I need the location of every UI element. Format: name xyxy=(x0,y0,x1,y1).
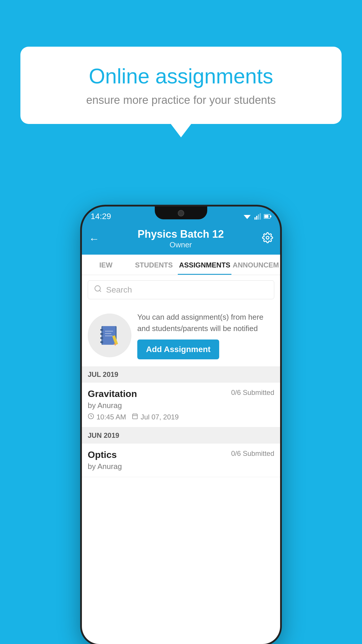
promo-content: You can add assignment(s) from here and … xyxy=(137,312,274,359)
svg-rect-4 xyxy=(260,213,261,220)
app-header: ← Physics Batch 12 Owner xyxy=(82,224,280,255)
header-title-sub: Owner xyxy=(138,240,224,249)
promo-text: You can add assignment(s) from here and … xyxy=(137,312,274,334)
svg-point-8 xyxy=(266,236,269,239)
assignment-top-optics: Optics 0/6 Submitted xyxy=(88,449,274,460)
phone-frame: 14:29 ← Physics Batch 12 xyxy=(82,206,280,644)
svg-rect-12 xyxy=(100,329,103,331)
assignment-date-value: Jul 07, 2019 xyxy=(140,413,179,421)
search-placeholder: Search xyxy=(106,285,132,295)
svg-rect-16 xyxy=(105,331,113,332)
add-assignment-promo: You can add assignment(s) from here and … xyxy=(82,304,280,366)
tab-assignments[interactable]: ASSIGNMENTS xyxy=(178,255,231,275)
svg-rect-15 xyxy=(100,341,103,343)
search-bar: Search xyxy=(82,275,280,304)
svg-rect-2 xyxy=(256,216,257,220)
assignment-submitted-gravitation: 0/6 Submitted xyxy=(231,388,274,397)
clock-icon xyxy=(88,413,94,421)
assignment-name-optics: Optics xyxy=(88,449,117,460)
speech-bubble-container: Online assignments ensure more practice … xyxy=(20,47,342,124)
wifi-icon xyxy=(243,213,252,220)
svg-rect-7 xyxy=(264,215,268,218)
assignment-by-gravitation: by Anurag xyxy=(88,401,274,410)
add-assignment-button[interactable]: Add Assignment xyxy=(137,340,219,359)
assignment-meta-gravitation: 10:45 AM Jul 07, 2019 xyxy=(88,413,274,421)
assignment-time: 10:45 AM xyxy=(88,413,126,421)
assignment-date: Jul 07, 2019 xyxy=(132,413,179,421)
svg-point-9 xyxy=(95,286,101,291)
svg-rect-1 xyxy=(254,217,256,220)
assignment-submitted-optics: 0/6 Submitted xyxy=(231,449,274,458)
speech-bubble-title: Online assignments xyxy=(41,64,321,88)
tab-bar: IEW STUDENTS ASSIGNMENTS ANNOUNCEM xyxy=(82,255,280,275)
status-icons xyxy=(243,213,271,220)
header-title-main: Physics Batch 12 xyxy=(138,228,224,240)
header-title: Physics Batch 12 Owner xyxy=(138,228,224,249)
signal-icon xyxy=(254,213,261,220)
assignment-top: Gravitation 0/6 Submitted xyxy=(88,388,274,399)
status-time: 14:29 xyxy=(91,212,111,221)
calendar-icon xyxy=(132,413,138,421)
assignment-by-optics: by Anurag xyxy=(88,462,274,471)
svg-rect-6 xyxy=(270,216,271,217)
battery-icon xyxy=(264,214,271,219)
gear-icon xyxy=(262,232,273,243)
assignment-item-gravitation[interactable]: Gravitation 0/6 Submitted by Anurag 10:4… xyxy=(82,383,280,427)
back-button[interactable]: ← xyxy=(89,233,99,245)
svg-rect-17 xyxy=(105,333,111,334)
speech-bubble-subtitle: ensure more practice for your students xyxy=(41,94,321,106)
settings-button[interactable] xyxy=(262,232,273,246)
svg-rect-3 xyxy=(258,214,259,220)
promo-icon-circle xyxy=(88,314,131,357)
svg-rect-22 xyxy=(133,414,138,419)
camera xyxy=(178,210,184,216)
notebook-icon xyxy=(98,324,121,347)
speech-bubble: Online assignments ensure more practice … xyxy=(20,47,342,124)
svg-rect-18 xyxy=(105,335,113,336)
search-svg-icon xyxy=(94,285,102,293)
svg-rect-13 xyxy=(100,333,103,335)
phone-notch xyxy=(155,206,207,219)
phone-screen: Search xyxy=(82,275,280,644)
tab-students[interactable]: STUDENTS xyxy=(130,255,178,275)
svg-rect-14 xyxy=(100,337,103,339)
search-input-wrapper[interactable]: Search xyxy=(88,280,274,299)
section-header-jul: JUL 2019 xyxy=(82,366,280,383)
assignment-name-gravitation: Gravitation xyxy=(88,388,137,399)
svg-marker-0 xyxy=(244,215,251,219)
tab-announcements[interactable]: ANNOUNCEM xyxy=(231,255,280,275)
assignment-item-optics[interactable]: Optics 0/6 Submitted by Anurag xyxy=(82,444,280,477)
tab-iew[interactable]: IEW xyxy=(82,255,130,275)
section-header-jun: JUN 2019 xyxy=(82,427,280,444)
assignment-time-value: 10:45 AM xyxy=(96,413,126,421)
search-icon xyxy=(94,285,102,295)
